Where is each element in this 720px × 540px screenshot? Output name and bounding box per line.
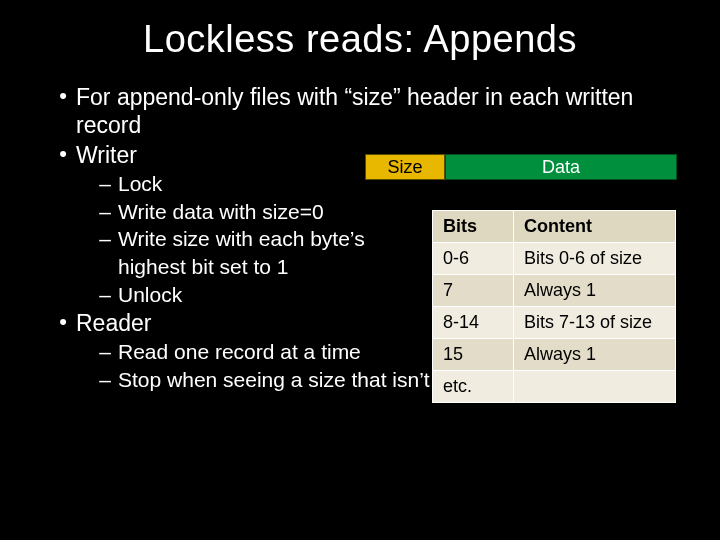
bullet-text: Lock [118, 171, 162, 197]
table-cell-content: Always 1 [514, 339, 676, 371]
bullet-text: Write data with size=0 [118, 199, 324, 225]
table-cell-bits: 15 [433, 339, 514, 371]
table-cell-bits: etc. [433, 371, 514, 403]
bullet-append-only: For append-only files with “size” header… [50, 83, 670, 139]
diagram-size-cell: Size [365, 154, 445, 180]
table-row: 8-14 Bits 7-13 of size [433, 307, 676, 339]
bullet-text: Read one record at a time [118, 339, 361, 365]
table-cell-bits: 0-6 [433, 243, 514, 275]
bullet-text: Unlock [118, 282, 182, 308]
size-data-diagram: Size Data [365, 154, 677, 180]
table-header-row: Bits Content [433, 211, 676, 243]
bullet-text: Write size with each byte’s [118, 226, 365, 252]
table-row: 15 Always 1 [433, 339, 676, 371]
table-cell-content: Always 1 [514, 275, 676, 307]
table-cell-content: Bits 7-13 of size [514, 307, 676, 339]
table-cell-bits: 8-14 [433, 307, 514, 339]
bits-table: Bits Content 0-6 Bits 0-6 of size 7 Alwa… [432, 210, 676, 403]
diagram-data-cell: Data [445, 154, 677, 180]
bullet-text: Writer [76, 141, 137, 169]
slide: Lockless reads: Appends For append-only … [0, 0, 720, 540]
bullet-text: For append-only files with “size” header… [76, 83, 670, 139]
table-row: etc. [433, 371, 676, 403]
table-row: 7 Always 1 [433, 275, 676, 307]
table-head-content: Content [514, 211, 676, 243]
table-cell-content [514, 371, 676, 403]
table-cell-bits: 7 [433, 275, 514, 307]
table-head-bits: Bits [433, 211, 514, 243]
slide-title: Lockless reads: Appends [0, 0, 720, 69]
table-cell-content: Bits 0-6 of size [514, 243, 676, 275]
bullet-text: Reader [76, 309, 151, 337]
table-row: 0-6 Bits 0-6 of size [433, 243, 676, 275]
